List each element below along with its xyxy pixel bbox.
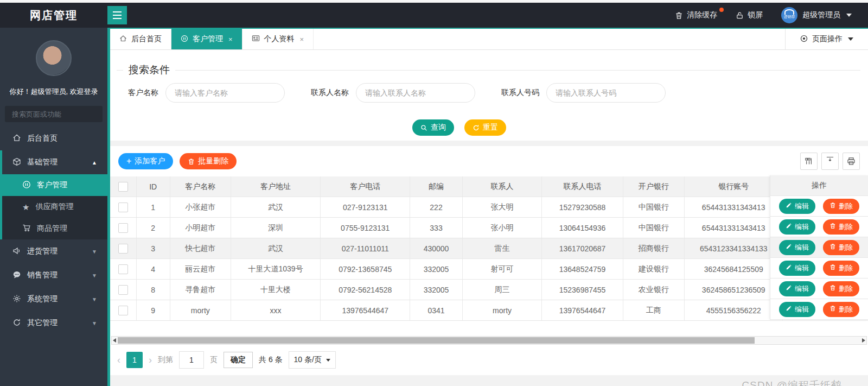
field-contact-name: 联系人名称	[311, 83, 475, 103]
table-cell: 快七超市	[170, 238, 231, 259]
sidebar-item-basic-management[interactable]: 基础管理 ▲	[0, 150, 107, 174]
sidebar-item-system-management[interactable]: 系统管理 ▼	[0, 287, 107, 311]
user-menu[interactable]: 进销存 超级管理员	[781, 7, 852, 23]
table-cell: 雷生	[462, 238, 542, 259]
table-row: 3快七超市武汉027-11011011430000雷生13617020687招商…	[110, 238, 868, 259]
row-checkbox[interactable]	[118, 244, 128, 254]
delete-button[interactable]: 删除	[823, 219, 859, 235]
batch-delete-button[interactable]: 批量删除	[180, 153, 237, 169]
scrollbar-thumb[interactable]	[118, 337, 755, 344]
edit-button[interactable]: 编辑	[779, 281, 815, 296]
table-cell: 1	[136, 197, 170, 218]
horizontal-scrollbar[interactable]	[111, 336, 867, 345]
row-checkbox[interactable]	[118, 285, 128, 295]
row-checkbox[interactable]	[118, 264, 128, 274]
pencil-icon	[786, 202, 792, 210]
pencil-icon	[786, 264, 792, 272]
reset-button[interactable]: 重置	[464, 119, 506, 136]
row-checkbox[interactable]	[118, 306, 128, 315]
user-avatar: 进销存	[781, 7, 797, 23]
tab-customer-management[interactable]: 客户管理 ×	[171, 29, 242, 49]
column-header[interactable]: 开户银行	[623, 176, 685, 197]
edit-button[interactable]: 编辑	[779, 219, 815, 235]
scroll-left-arrow-icon[interactable]	[113, 338, 116, 343]
contact-name-input[interactable]	[356, 83, 475, 103]
column-header[interactable]: 客户地址	[231, 176, 321, 197]
page-size-select[interactable]: 10 条/页	[289, 351, 336, 369]
sidebar-item-customer-management[interactable]: 客户管理	[0, 174, 107, 196]
delete-button[interactable]: 删除	[823, 281, 859, 296]
row-checkbox[interactable]	[118, 223, 128, 233]
delete-button[interactable]: 删除	[823, 240, 859, 255]
sidebar-item-supplier-management[interactable]: ★ 供应商管理	[0, 196, 107, 218]
scroll-right-arrow-icon[interactable]	[862, 338, 865, 343]
page-operations-dropdown[interactable]: 页面操作	[785, 29, 868, 49]
table-cell: 654431331343413	[685, 218, 783, 238]
sidebar-item-purchase-management[interactable]: 进货管理 ▼	[0, 239, 107, 263]
sidebar-search-input[interactable]	[11, 110, 108, 119]
customer-name-input[interactable]	[165, 83, 285, 103]
table-cell: 15279230588	[542, 197, 623, 218]
edit-button[interactable]: 编辑	[779, 199, 815, 214]
delete-button[interactable]: 删除	[823, 199, 859, 214]
sidebar-group-basic: 基础管理 ▲ 客户管理 ★ 供应商管理 商品管理	[0, 150, 107, 239]
row-checkbox-cell	[110, 259, 136, 280]
tab-profile[interactable]: 个人资料 ×	[242, 29, 314, 49]
export-button[interactable]	[821, 153, 839, 170]
row-checkbox-cell	[110, 280, 136, 300]
column-header[interactable]: 联系人电话	[542, 176, 623, 197]
edit-button[interactable]: 编辑	[779, 302, 815, 317]
trash-icon	[829, 202, 836, 210]
table-cell: 0792-13658745	[321, 259, 410, 280]
row-checkbox[interactable]	[118, 203, 128, 212]
lock-screen-button[interactable]: 锁屏	[736, 10, 763, 20]
close-icon[interactable]: ×	[300, 35, 304, 43]
table-panel: + 添加客户 批量删除 ID客户名称客户地址客户电话邮编联系人联系人电话开户银行…	[110, 146, 868, 375]
operation-header: 操作	[770, 175, 868, 196]
column-header[interactable]: 邮编	[410, 176, 462, 197]
chevron-down-icon: ▼	[92, 249, 97, 255]
trash-icon	[829, 264, 836, 272]
cart-icon	[22, 224, 31, 234]
refresh-icon	[473, 124, 480, 131]
home-icon	[119, 35, 127, 44]
delete-button[interactable]: 删除	[823, 261, 859, 276]
footer: CSDN @编程千纸鹤	[110, 375, 868, 386]
goto-confirm-button[interactable]: 确定	[224, 352, 253, 368]
table-cell: 武汉	[231, 197, 321, 218]
profile-photo[interactable]	[36, 40, 72, 76]
column-header[interactable]: ID	[136, 176, 170, 197]
select-all-checkbox[interactable]	[118, 182, 128, 192]
table-cell: 027-9123131	[321, 197, 410, 218]
table-cell: 332005	[410, 280, 462, 300]
tab-dashboard[interactable]: 后台首页	[110, 29, 171, 49]
edit-button[interactable]: 编辑	[779, 261, 815, 276]
edit-button[interactable]: 编辑	[779, 240, 815, 255]
column-header[interactable]: 银行账号	[685, 176, 783, 197]
filter-columns-button[interactable]	[800, 153, 818, 170]
sidebar-item-sales-management[interactable]: 销售管理 ▼	[0, 263, 107, 287]
sidebar-item-other-management[interactable]: 其它管理 ▼	[0, 311, 107, 335]
add-customer-button[interactable]: + 添加客户	[118, 153, 173, 169]
print-button[interactable]	[843, 153, 860, 170]
hamburger-menu-button[interactable]	[107, 6, 127, 24]
clear-cache-button[interactable]: 清除缓存	[675, 10, 717, 20]
close-icon[interactable]: ×	[228, 35, 233, 43]
goto-page-input[interactable]	[179, 351, 204, 369]
table-cell: 222	[410, 197, 462, 218]
column-header[interactable]: 客户名称	[170, 176, 231, 197]
sidebar-item-product-management[interactable]: 商品管理	[0, 218, 107, 239]
query-button[interactable]: 查询	[412, 119, 454, 136]
prev-page-button[interactable]: ‹	[117, 355, 120, 365]
column-header[interactable]: 客户电话	[321, 176, 410, 197]
pagination: ‹ 1 › 到第 页 确定 共 6 条 10 条/页	[117, 351, 868, 369]
next-page-button[interactable]: ›	[149, 355, 152, 365]
username: 超级管理员	[802, 10, 840, 20]
current-page-button[interactable]: 1	[126, 352, 143, 368]
table-cell: 寻鲁超市	[170, 280, 231, 300]
chevron-down-icon: ▼	[92, 320, 97, 326]
column-header[interactable]: 联系人	[462, 176, 542, 197]
table-toolbar: + 添加客户 批量删除	[110, 146, 868, 170]
delete-button[interactable]: 删除	[823, 302, 859, 317]
contact-phone-input[interactable]	[546, 83, 666, 103]
